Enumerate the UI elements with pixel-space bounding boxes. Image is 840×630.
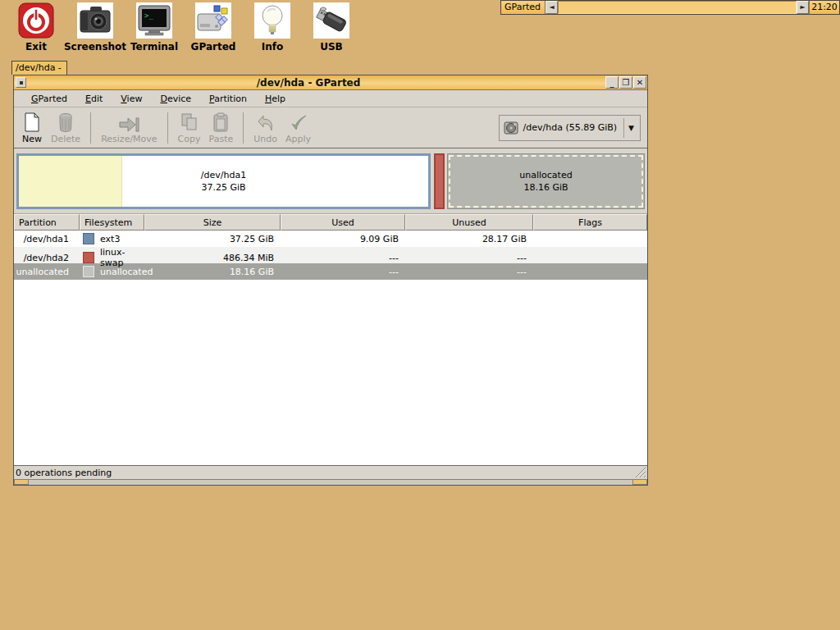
gparted-window: /dev/hda - GParted _ ❒ ✕ GParted Edit Vi… — [13, 75, 648, 486]
desktop-icon-label: Terminal — [130, 41, 178, 52]
resize-corner-right[interactable] — [632, 480, 647, 485]
desktop-icon-gparted[interactable]: GParted — [184, 2, 243, 52]
table-header-row: Partition Filesystem Size Used Unused Fl… — [14, 214, 647, 231]
menu-help[interactable]: Help — [256, 92, 294, 106]
column-header-unused[interactable]: Unused — [405, 214, 533, 231]
lightbulb-icon — [254, 2, 290, 39]
taskbar-clock: 21:20 — [809, 1, 839, 14]
gparted-drive-icon — [195, 2, 231, 39]
titlebar[interactable]: /dev/hda - GParted _ ❒ ✕ — [14, 75, 647, 90]
combo-divider — [623, 118, 624, 138]
disk-icon — [504, 121, 518, 135]
apply-button[interactable]: Apply — [281, 110, 315, 146]
new-document-icon — [24, 112, 40, 132]
visual-partition-label: unallocated 18.16 GiB — [449, 155, 643, 208]
table-row-hda2[interactable]: /dev/hda2 linux-swap 486.34 MiB --- --- — [14, 247, 647, 263]
delete-button[interactable]: Delete — [47, 110, 84, 146]
exit-power-icon — [18, 2, 54, 39]
unallocated-color-swatch — [83, 266, 94, 277]
partition-visual-bar: /dev/hda1 37.25 GiB unallocated 18.16 Gi… — [14, 148, 647, 214]
window-list-tab[interactable]: /dev/hda - — [11, 61, 67, 75]
taskbar-app-label: GParted — [501, 1, 546, 14]
maximize-button[interactable]: ❒ — [619, 76, 632, 89]
copy-icon — [180, 112, 199, 132]
linux-swap-color-swatch — [83, 252, 94, 263]
resize-corner-left[interactable] — [14, 480, 29, 485]
menu-view[interactable]: View — [112, 92, 151, 106]
desktop-icon-label: GParted — [191, 41, 236, 52]
trash-icon — [57, 112, 74, 132]
column-header-flags[interactable]: Flags — [533, 214, 647, 231]
toolbar: New Delete Resize/Move Copy Paste — [14, 107, 647, 148]
paste-button[interactable]: Paste — [205, 110, 238, 146]
visual-partition-hda2-swap[interactable] — [434, 153, 445, 209]
chevron-down-icon: ▼ — [628, 124, 636, 132]
desktop-icon-label: Exit — [25, 41, 47, 52]
desktop-icon-label: USB — [320, 41, 343, 52]
apply-check-icon — [290, 112, 308, 132]
desktop-icon-row: Exit Screenshot >_ Termin — [7, 2, 361, 52]
desktop-icon-exit[interactable]: Exit — [7, 2, 66, 52]
table-row-hda1[interactable]: /dev/hda1 ext3 37.25 GiB 9.09 GiB 28.17 … — [14, 231, 647, 247]
taskbar-scroll-right-icon[interactable]: ► — [797, 1, 809, 14]
pending-operations-text: 0 operations pending — [16, 468, 112, 478]
column-header-filesystem[interactable]: Filesystem — [80, 214, 144, 231]
desktop-icon-terminal[interactable]: >_ Terminal — [125, 2, 184, 52]
toolbar-separator — [90, 112, 91, 144]
terminal-icon: >_ — [136, 2, 172, 39]
undo-button[interactable]: Undo — [249, 110, 281, 146]
desktop: { "desktop": { "icons": [ { "label": "Ex… — [0, 0, 840, 630]
resize-grip-icon[interactable] — [635, 467, 646, 478]
desktop-icon-info[interactable]: Info — [243, 2, 302, 52]
window-title: /dev/hda - GParted — [14, 77, 603, 89]
svg-text:>_: >_ — [144, 11, 153, 20]
partition-table: Partition Filesystem Size Used Unused Fl… — [14, 214, 647, 280]
table-empty-area — [14, 280, 647, 465]
usb-drive-icon — [313, 2, 349, 39]
ext3-color-swatch — [83, 233, 94, 244]
desktop-icon-label: Info — [262, 41, 283, 52]
new-button[interactable]: New — [17, 110, 47, 146]
device-selector-label: /dev/hda (55.89 GiB) — [523, 122, 618, 133]
statusbar: 0 operations pending — [14, 465, 647, 479]
menubar: GParted Edit View Device Partition Help — [14, 90, 647, 107]
copy-button[interactable]: Copy — [174, 110, 205, 146]
taskbar: GParted ◄ ► 21:20 — [500, 0, 840, 15]
desktop-icon-label: Screenshot — [64, 41, 126, 52]
menu-partition[interactable]: Partition — [200, 92, 256, 106]
column-header-partition[interactable]: Partition — [14, 214, 80, 231]
desktop-icon-screenshot[interactable]: Screenshot — [66, 2, 125, 52]
desktop-icon-usb[interactable]: USB — [302, 2, 361, 52]
window-controls: _ ❒ ✕ — [605, 76, 646, 89]
visual-partition-hda1[interactable]: /dev/hda1 37.25 GiB — [16, 153, 431, 209]
taskbar-scroll-left-icon[interactable]: ◄ — [546, 1, 558, 14]
visual-partition-unallocated[interactable]: unallocated 18.16 GiB — [447, 153, 645, 209]
undo-arrow-icon — [257, 112, 275, 132]
resize-arrow-icon — [118, 112, 139, 132]
menu-gparted[interactable]: GParted — [22, 92, 76, 106]
column-header-size[interactable]: Size — [144, 214, 281, 231]
device-selector[interactable]: /dev/hda (55.89 GiB) ▼ — [499, 115, 641, 141]
resize-move-button[interactable]: Resize/Move — [97, 110, 161, 146]
table-row-unallocated[interactable]: unallocated unallocated 18.16 GiB --- --… — [14, 263, 647, 280]
toolbar-separator — [167, 112, 168, 144]
taskbar-window-list[interactable] — [558, 1, 797, 14]
visual-partition-label: /dev/hda1 37.25 GiB — [19, 156, 428, 207]
menu-device[interactable]: Device — [151, 92, 200, 106]
toolbar-separator — [243, 112, 244, 144]
window-bottom-border[interactable] — [14, 479, 647, 485]
camera-icon — [77, 2, 113, 39]
paste-clipboard-icon — [212, 112, 229, 132]
close-button[interactable]: ✕ — [633, 76, 646, 89]
minimize-button[interactable]: _ — [605, 76, 619, 89]
column-header-used[interactable]: Used — [281, 214, 405, 231]
menu-edit[interactable]: Edit — [76, 92, 112, 106]
